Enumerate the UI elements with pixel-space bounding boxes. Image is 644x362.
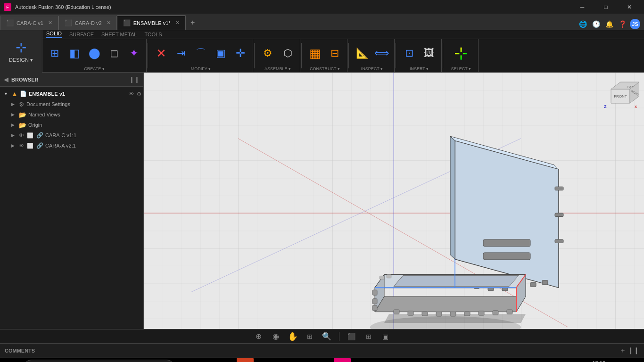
minimize-button[interactable]: ─ [571,0,593,14]
press-pull-button[interactable]: ⇥ [172,41,190,66]
notifications-button[interactable]: 💬 [623,358,638,362]
comments-collapse-icon[interactable]: ❙❙ [628,346,639,355]
rigid-group-button[interactable]: ⬡ [278,41,297,66]
inspect-section: 📐 ⟺ INSPECT ▾ [350,39,395,72]
select-label[interactable]: SELECT ▾ [447,66,475,71]
toolbar-tab-solid[interactable]: SOLID [46,31,62,38]
visual-style-button[interactable]: ▣ [379,330,392,343]
insert-svg-button[interactable]: 🖼 [420,41,438,66]
svg-rect-13 [555,239,563,243]
taskbar-search[interactable]: Escribe aquí para buscar [24,360,174,362]
look-at-button[interactable]: ◉ [269,330,282,343]
cara-a-box[interactable]: ⬜ [27,143,33,149]
start-button[interactable] [2,358,23,362]
browser-back-icon[interactable]: ◀ [4,76,8,83]
taskbar-icon-fusion[interactable]: F [334,358,351,362]
taskbar-icon-edge[interactable] [217,358,236,362]
cara-c-box[interactable]: ⬜ [27,132,33,139]
taskbar-icon-mail[interactable]: ✉ [294,358,313,362]
cara-a-eye[interactable]: 👁 [19,143,24,148]
tab-cara-d[interactable]: ⬛ CARA-D v2 ✕ [58,16,117,30]
viewcube[interactable]: FRONT TOP RIGHT Z x [602,77,639,115]
delete-button[interactable]: ✕ [152,41,171,66]
tab-user-icon[interactable]: JS [630,19,640,29]
tree-expand-root[interactable]: ▼ [4,91,9,96]
tree-item-doc-settings[interactable]: ▶ ⚙ Document Settings [0,99,143,109]
move-button[interactable]: ✛ [231,41,250,66]
pan-button[interactable]: ✋ [286,330,299,343]
svg-rect-11 [555,187,563,190]
comments-label: COMMENTS [5,348,616,354]
create-label[interactable]: CREATE ▾ [45,66,143,71]
insert-mesh-button[interactable]: ⊡ [400,41,419,66]
expand-cara-a[interactable]: ▶ [11,143,17,148]
taskbar-icon-explorer[interactable] [274,358,293,362]
midplane-button[interactable]: ⊟ [325,41,344,66]
display-settings-button[interactable]: ⬛ [345,330,358,343]
design-button[interactable]: ⊹ DESIGN ▾ [0,30,42,73]
tab-help-icon[interactable]: ❓ [617,18,628,30]
taskbar-icon-chrome[interactable] [352,358,371,362]
offset-plane-button[interactable]: ▦ [305,41,324,66]
tree-item-cara-a[interactable]: ▶ 👁 ⬜ 🔗 CARA-A v2:1 [0,140,143,151]
expand-named-views[interactable]: ▶ [11,112,17,117]
new-component-button[interactable]: ⊞ [45,41,64,66]
tab-cara-d-close[interactable]: ✕ [107,20,111,26]
svg-rect-42 [387,274,391,278]
revolve-button[interactable]: ⬤ [85,41,104,66]
modify-section: ✕ ⇥ ⌒ ▣ ✛ MODIFY ▾ [149,39,253,72]
insert-label[interactable]: INSERT ▾ [400,66,438,71]
tree-item-origin[interactable]: ▶ 📂 Origin [0,120,143,130]
tab-notifications-icon[interactable]: 🔔 [603,18,615,30]
tab-cara-c-close[interactable]: ✕ [48,20,52,26]
joint-button[interactable]: ⚙ [258,41,277,66]
close-button[interactable]: ✕ [619,0,640,14]
taskbar-icon-apps[interactable]: 📋 [197,358,216,362]
expand-cara-c[interactable]: ▶ [11,133,17,138]
toolbar-tab-surface[interactable]: SURFACE [69,32,94,37]
pattern-button[interactable]: ✦ [124,41,143,66]
tab-ensamble-close[interactable]: ✕ [175,20,180,26]
expand-doc-settings[interactable]: ▶ [11,102,17,107]
grid-settings-button[interactable]: ⊞ [362,330,375,343]
measure-button[interactable]: 📐 [353,41,372,66]
tree-item-root[interactable]: ▼ ▲ 📄 ENSAMBLE v1 👁 ⚙ [0,89,143,99]
fillet-button[interactable]: ⌒ [191,41,210,66]
tab-add-button[interactable]: + [186,16,200,30]
tray-clock[interactable]: 13:16 5/04/2021 [582,360,605,362]
taskbar-icon-dropbox[interactable]: 💧 [255,358,273,362]
viewport[interactable]: FRONT TOP RIGHT Z x [144,73,644,329]
expand-origin[interactable]: ▶ [11,123,17,127]
tab-cara-c[interactable]: ⬛ CARA-C v1 ✕ [0,16,58,30]
tab-home-icon[interactable]: 🌐 [577,18,588,30]
shell-button[interactable]: ▣ [211,41,230,66]
tab-history-icon[interactable]: 🕐 [590,18,602,30]
sketch-button[interactable]: ◻ [105,41,124,66]
tree-root-eye[interactable]: 👁 [129,91,134,97]
taskbar-icon-steam[interactable]: 💼 [314,358,333,362]
tree-item-named-views[interactable]: ▶ 📂 Named Views [0,109,143,120]
browser-collapse-icon[interactable]: ❙❙ [129,76,140,83]
taskbar-task-view[interactable]: ⧉ [177,358,196,362]
select-button[interactable]: ⊹ [447,41,475,66]
toolbar-tab-tools[interactable]: TOOLS [144,32,162,37]
zoom-fit-button[interactable]: 🔍 [320,330,333,343]
interference-button[interactable]: ⟺ [372,41,391,66]
interference-icon: ⟺ [374,48,389,58]
cara-c-eye[interactable]: 👁 [19,132,24,138]
toolbar-tab-sheet[interactable]: SHEET METAL [101,32,137,37]
zoom-window-button[interactable]: ⊞ [303,330,316,343]
assemble-label[interactable]: ASSEMBLE ▾ [258,66,297,71]
modify-label[interactable]: MODIFY ▾ [152,66,250,71]
tab-ensamble[interactable]: ⬛ ENSAMBLE v1* ✕ [117,16,186,30]
orbit-button[interactable]: ⊕ [252,330,265,343]
comments-add-icon[interactable]: ＋ [619,346,626,355]
insert-svg-icon: 🖼 [424,48,434,58]
tree-root-gear[interactable]: ⚙ [137,91,141,97]
inspect-label[interactable]: INSPECT ▾ [353,66,391,71]
taskbar-icon-office[interactable]: O [237,358,254,362]
extrude-button[interactable]: ◧ [65,41,84,66]
maximize-button[interactable]: □ [595,0,617,14]
construct-label[interactable]: CONSTRUCT ▾ [305,66,344,71]
tree-item-cara-c[interactable]: ▶ 👁 ⬜ 🔗 CARA-C v1:1 [0,130,143,140]
